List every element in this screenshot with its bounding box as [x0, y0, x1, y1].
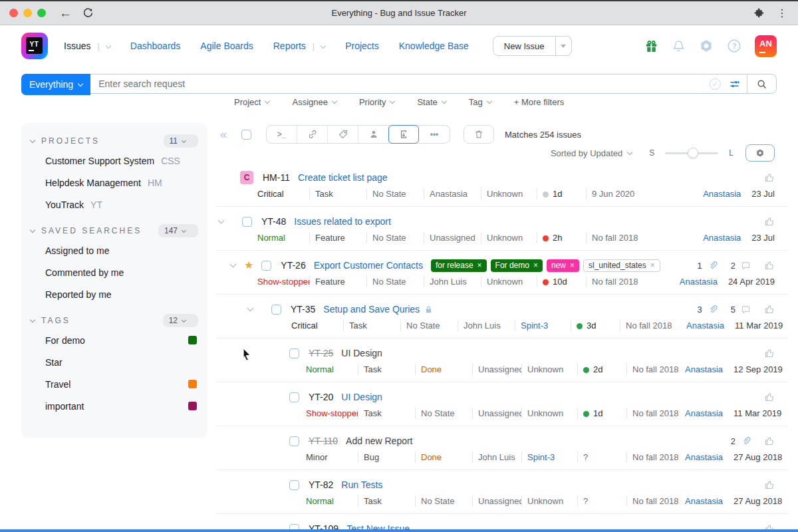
thumbs-up-icon[interactable]	[764, 348, 775, 358]
issue-checkbox[interactable]	[242, 217, 252, 227]
updater-link[interactable]: Anastasia	[685, 364, 723, 374]
slider-knob[interactable]	[688, 148, 698, 158]
delete-button[interactable]	[464, 125, 494, 144]
issue-row-hm-11[interactable]: C HM-11 Create ticket list page Critical…	[216, 163, 788, 207]
updater-link[interactable]: Anastasia	[685, 452, 723, 462]
issue-row-yt-110[interactable]: YT-110 Add new Report 2 Minor Bug Done J…	[216, 426, 788, 470]
sidebar-item-saved-search[interactable]: Reported by me	[21, 283, 207, 305]
issue-checkbox[interactable]	[261, 261, 271, 271]
saved-searches-section-header[interactable]: SAVED SEARCHES 147	[21, 222, 207, 239]
updater-link[interactable]: Anastasia	[680, 277, 718, 287]
sidebar-item-saved-search[interactable]: Assigned to me	[21, 239, 207, 261]
settings-nut-icon[interactable]	[699, 39, 714, 53]
command-button[interactable]: >_	[267, 126, 297, 143]
issue-title-link[interactable]: Setup and Save Quries	[323, 304, 420, 315]
sort-by-dropdown[interactable]: Sorted by Updated	[551, 148, 632, 158]
issue-checkbox[interactable]	[289, 480, 299, 490]
updater-link[interactable]: Anastasia	[703, 233, 741, 243]
thumbs-up-icon[interactable]	[764, 172, 775, 183]
issue-title-link[interactable]: Add new Report	[346, 436, 412, 446]
sidebar-item-saved-search[interactable]: Commented by me	[21, 261, 207, 283]
gift-icon[interactable]	[644, 39, 658, 53]
search-scope-button[interactable]: Everything	[21, 74, 90, 95]
issue-title-link[interactable]: Create ticket list page	[298, 172, 388, 183]
new-issue-dropdown-button[interactable]	[556, 36, 572, 56]
link-button[interactable]	[297, 126, 328, 143]
new-issue-button[interactable]: New Issue	[493, 36, 556, 56]
nav-agile-boards[interactable]: Agile Boards	[200, 41, 253, 51]
remove-tag-icon[interactable]: ×	[650, 261, 655, 270]
comment-bubble-icon[interactable]	[741, 305, 751, 315]
more-actions-button[interactable]: •••	[419, 126, 450, 143]
issue-row-yt-25[interactable]: YT-25 UI Design Normal Task Done Unassig…	[216, 338, 788, 382]
nav-dashboards[interactable]: Dashboards	[130, 41, 181, 51]
issue-row-yt-48[interactable]: YT-48 Issues related to export Normal Fe…	[216, 207, 788, 251]
remove-tag-icon[interactable]: ×	[477, 261, 482, 270]
nav-reports-chevron-icon[interactable]	[321, 43, 326, 49]
issue-row-yt-26[interactable]: ★ YT-26 Export Customer Contacts for rel…	[216, 251, 788, 295]
thumbs-up-icon[interactable]	[764, 392, 775, 402]
issue-title-link[interactable]: Issues related to export	[294, 216, 391, 227]
assignee-button[interactable]	[358, 126, 389, 143]
issue-row-yt-82[interactable]: YT-82 Run Tests Normal Task No State Una…	[216, 470, 788, 514]
search-submit-button[interactable]	[747, 74, 776, 93]
issue-row-yt-35[interactable]: YT-35 Setup and Save Quries 3 5 Critical…	[216, 295, 788, 338]
remove-tag-icon[interactable]: ×	[570, 261, 575, 270]
updater-link[interactable]: Anastasia	[685, 496, 723, 506]
tags-count-pill[interactable]: 12	[163, 314, 198, 327]
sidebar-item-project[interactable]: YouTrackYT	[21, 194, 207, 215]
star-icon[interactable]: ★	[244, 260, 253, 271]
updater-link[interactable]: Anastasia	[686, 321, 724, 331]
issue-checkbox[interactable]	[271, 305, 281, 315]
issue-title-link[interactable]: Run Tests	[341, 479, 382, 490]
sidebar-item-tag[interactable]: For demo	[21, 329, 207, 351]
filter-sliders-icon[interactable]	[729, 78, 740, 90]
filter-tag[interactable]: Tag	[469, 97, 491, 107]
filter-priority[interactable]: Priority	[359, 97, 394, 107]
bell-icon[interactable]	[672, 39, 686, 53]
nav-projects[interactable]: Projects	[345, 41, 379, 51]
projects-section-header[interactable]: PROJECTS 11	[21, 132, 207, 150]
tag-pill-sl-united-states[interactable]: sl_united_states×	[583, 259, 660, 272]
filter-assignee[interactable]: Assignee	[292, 97, 336, 107]
sidebar-item-tag[interactable]: important	[21, 395, 207, 417]
projects-count-pill[interactable]: 11	[164, 134, 198, 148]
paperclip-icon[interactable]	[708, 305, 718, 315]
sidebar-item-project[interactable]: Helpdesk ManagementHM	[21, 172, 207, 194]
tag-pill-for-release[interactable]: for release×	[431, 259, 487, 272]
issue-title-link[interactable]: Export Customer Contacts	[314, 260, 423, 271]
thumbs-up-icon[interactable]	[764, 479, 775, 490]
issue-checkbox[interactable]	[289, 436, 299, 446]
tag-button[interactable]	[328, 126, 358, 143]
sidebar-item-tag[interactable]: Travel	[21, 373, 207, 395]
filter-state[interactable]: State	[417, 97, 446, 107]
issue-checkbox[interactable]	[289, 392, 299, 402]
paperclip-icon[interactable]	[708, 261, 718, 271]
comment-bubble-icon[interactable]	[741, 261, 751, 271]
thumbs-up-icon[interactable]	[764, 436, 775, 446]
saved-searches-count-pill[interactable]: 147	[158, 224, 198, 237]
collapse-all-icon[interactable]: «	[220, 128, 227, 140]
search-input[interactable]	[90, 74, 710, 93]
row-size-slider[interactable]	[665, 152, 718, 154]
thumbs-up-icon[interactable]	[764, 216, 775, 227]
filter-project[interactable]: Project	[234, 97, 269, 107]
sidebar-item-project[interactable]: Customer Support SystemCSS	[21, 150, 207, 172]
paperclip-icon[interactable]	[741, 436, 751, 446]
check-circle-icon[interactable]: ✓	[710, 78, 721, 90]
updater-link[interactable]: Anastasia	[685, 408, 723, 418]
issue-row-yt-20[interactable]: YT-20 UI Design Show-stopper Task No Sta…	[216, 382, 788, 426]
field-sprint[interactable]: Spint-3	[521, 452, 577, 463]
updater-link[interactable]: Anastasia	[703, 189, 741, 199]
save-search-button[interactable]	[388, 125, 419, 144]
nav-issues[interactable]: Issues	[64, 41, 90, 51]
list-settings-button[interactable]	[745, 144, 775, 162]
chevron-down-icon[interactable]	[218, 217, 225, 224]
field-sprint[interactable]: Spint-3	[515, 320, 571, 331]
youtrack-logo[interactable]: YT	[21, 33, 48, 59]
nav-reports[interactable]: Reports	[273, 41, 306, 51]
tag-pill-new[interactable]: new×	[547, 259, 579, 272]
help-icon[interactable]: ?	[727, 39, 741, 53]
thumbs-up-icon[interactable]	[764, 260, 775, 271]
nav-issues-chevron-icon[interactable]	[106, 43, 111, 49]
